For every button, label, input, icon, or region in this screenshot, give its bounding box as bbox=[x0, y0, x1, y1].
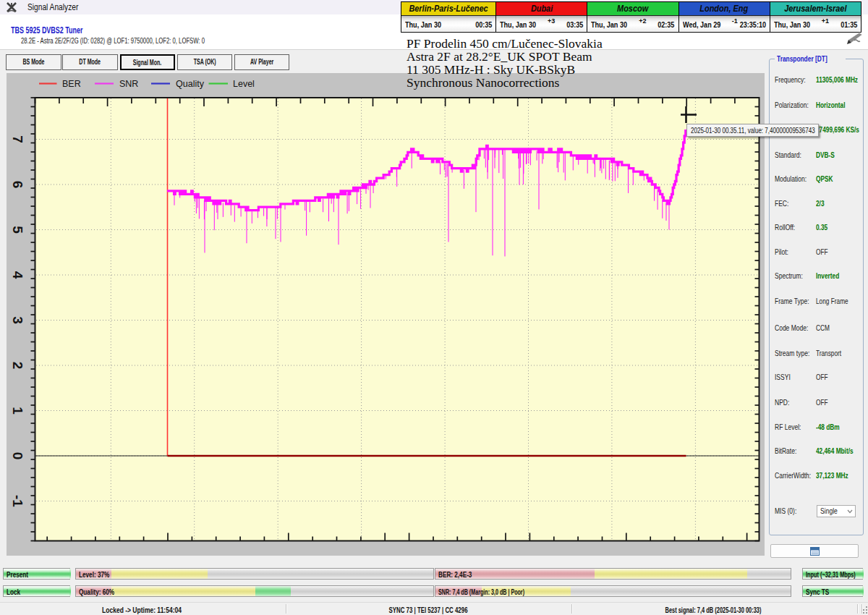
svg-text:2: 2 bbox=[10, 362, 25, 370]
svg-text:6: 6 bbox=[10, 181, 25, 189]
svg-text:SNR: SNR bbox=[119, 79, 138, 89]
svg-text:5: 5 bbox=[10, 226, 25, 234]
svg-text:Quality: Quality bbox=[176, 79, 205, 89]
svg-text:7: 7 bbox=[10, 135, 25, 143]
svg-text:4: 4 bbox=[10, 271, 25, 279]
svg-text:Level: Level bbox=[233, 79, 255, 89]
svg-text:-1: -1 bbox=[10, 495, 25, 507]
svg-text:BER: BER bbox=[62, 79, 81, 89]
svg-text:0: 0 bbox=[10, 452, 25, 460]
svg-text:3: 3 bbox=[10, 316, 25, 324]
svg-text:1: 1 bbox=[10, 407, 25, 415]
